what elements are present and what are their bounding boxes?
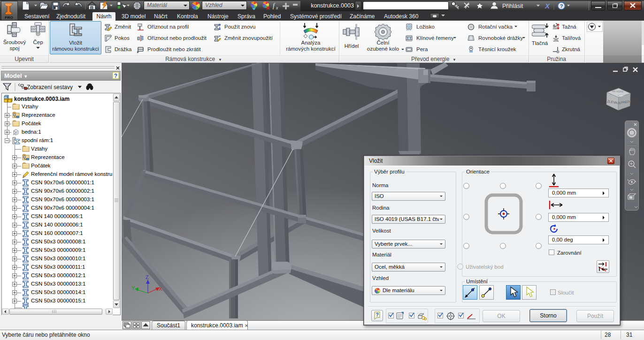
- svg-text:Zobrazení sestavy: Zobrazení sestavy: [27, 84, 73, 91]
- svg-text:x: x: [276, 5, 278, 10]
- svg-text:X: X: [159, 286, 162, 292]
- svg-text:X: X: [544, 2, 550, 10]
- svg-text:f: f: [273, 2, 276, 9]
- svg-text:?: ?: [114, 73, 117, 79]
- svg-text:Z: Z: [146, 274, 149, 280]
- svg-text:Y: Y: [131, 285, 135, 291]
- svg-text:PRO: PRO: [5, 15, 13, 20]
- svg-text:?: ?: [560, 3, 563, 9]
- svg-text:Přihlásit: Přihlásit: [502, 3, 523, 9]
- svg-text:?: ?: [376, 312, 379, 317]
